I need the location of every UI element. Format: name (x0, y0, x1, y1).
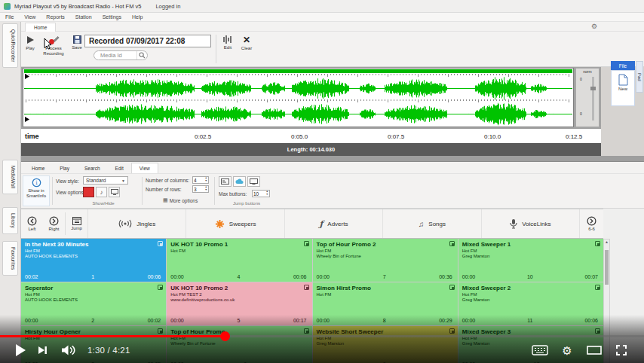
cart-start: 00:00 (462, 318, 476, 323)
side-tab-favourites[interactable]: Favourites (2, 241, 18, 276)
recorded-datetime-field[interactable]: Recorded 07/09/2017 22:08 (84, 35, 211, 47)
gain-slider-track[interactable] (592, 77, 594, 120)
cart-button[interactable]: Mixed Sweeper 1 Hot FM Greg Marston 00:0… (458, 239, 603, 282)
gear-icon: ⚙ (562, 345, 572, 356)
show-in-smartinfo-button[interactable]: i Show in SmartInfo (23, 175, 50, 206)
menu-reports[interactable]: Reports (41, 14, 70, 20)
cart-number: 7 (383, 274, 386, 279)
cart-button[interactable]: Seperator Hot FM AUTO HOOK ELEMENTS 00:0… (21, 282, 166, 325)
player-settings-button[interactable]: ⚙ (554, 337, 581, 363)
mw-tab-home[interactable]: Home (24, 163, 52, 173)
pad-file-tab[interactable]: File (611, 61, 635, 70)
cart-duration: 00:07 (584, 274, 598, 279)
fullscreen-icon (615, 344, 627, 356)
player-time-display: 1:30 / 4:21 (87, 346, 130, 355)
next-icon (37, 345, 48, 355)
pad-side-tab[interactable]: Pad (636, 61, 643, 93)
play-button[interactable]: Play (23, 33, 38, 65)
media-id-field[interactable]: Media Id (94, 50, 148, 60)
media-id-search-button[interactable] (136, 51, 147, 59)
length-status-bar: Length: 00:14.030 (21, 143, 601, 156)
time-axis-label: time (25, 133, 39, 140)
play-icon (16, 344, 26, 356)
view-options-label: View options (56, 190, 84, 195)
gain-slider-handle[interactable] (590, 87, 596, 90)
new-document-icon[interactable] (618, 74, 628, 86)
player-next-button[interactable] (32, 337, 53, 363)
menu-station[interactable]: Station (70, 14, 97, 20)
stereo-waveform[interactable] (24, 69, 572, 127)
cart-corner-icon (304, 241, 309, 246)
edit-button[interactable]: Edit (219, 33, 236, 65)
more-options-label: More options (170, 198, 198, 203)
player-subtitles-button[interactable] (526, 337, 554, 363)
jump-button[interactable]: Jump (66, 209, 87, 238)
page-left-button[interactable]: Left (21, 209, 43, 238)
mw-tab-search[interactable]: Search (77, 163, 108, 173)
cart-button[interactable]: UK HOT 10 Promo 2 Hot FM TEST 2 www.defi… (167, 282, 311, 325)
category-sweepers-button[interactable]: Sweepers (186, 209, 284, 238)
side-tab-quickrecorder[interactable]: QuickRecorder (2, 23, 18, 68)
side-tab-mediawall[interactable]: MediaWall (2, 160, 18, 194)
mw-tab-edit[interactable]: Edit (108, 163, 131, 173)
cart-corner-icon (304, 328, 309, 334)
mw-tab-view[interactable]: View (131, 163, 158, 173)
cart-corner-icon (158, 285, 163, 290)
screen-toggle-button[interactable] (109, 187, 120, 197)
player-theater-button[interactable] (581, 337, 608, 363)
view-style-dropdown[interactable]: Standard ▼ (83, 176, 128, 185)
cart-corner-icon (449, 241, 455, 246)
spinner-arrows-icon[interactable]: ▲▼ (266, 191, 268, 197)
scrollbar-thumb[interactable] (605, 250, 609, 285)
pad-new-label[interactable]: New (612, 87, 634, 91)
category-adverts-button[interactable]: ƒ Adverts (284, 209, 382, 238)
save-button[interactable]: Save (69, 33, 84, 65)
cart-station: Hot FM (317, 292, 454, 297)
player-play-button[interactable] (9, 337, 32, 363)
cart-button[interactable]: Mixed Sweeper 2 Hot FM Greg Marston 00:0… (458, 282, 603, 325)
scroll-up-arrow-icon[interactable]: ▲ (604, 239, 609, 245)
show-hide-buttons: ♪ (83, 187, 120, 197)
monitor-icon (250, 178, 258, 185)
colour-swatch-button[interactable] (83, 187, 94, 197)
category-voicelinks-button[interactable]: VoiceLinks (481, 209, 579, 238)
jump-dialog-icon (72, 217, 81, 225)
id-card-button[interactable] (219, 176, 232, 187)
sweepers-icon (215, 219, 225, 229)
more-options-button[interactable]: ▦ More options (163, 197, 198, 203)
recorder-options-gear-icon[interactable]: ⚙ (591, 23, 597, 31)
menu-file[interactable]: File (0, 14, 19, 20)
player-fullscreen-button[interactable] (608, 337, 635, 363)
category-page-next-button[interactable]: 6-6 (579, 209, 603, 238)
category-jingles-button[interactable]: Jingles (87, 209, 186, 238)
microphone-icon (510, 218, 517, 229)
jump-label: Jump (71, 226, 82, 230)
menu-view[interactable]: View (19, 14, 41, 20)
rows-spinner[interactable]: 3 ▲▼ (192, 185, 209, 193)
recorder-tab-home[interactable]: Home (25, 23, 56, 32)
music-note-toggle-button[interactable]: ♪ (96, 187, 107, 197)
page-right-button[interactable]: Right (43, 209, 65, 238)
category-songs-button[interactable]: ♫ Songs (382, 209, 480, 238)
mouse-cursor (44, 38, 52, 50)
spinner-arrows-icon[interactable]: ▲▼ (205, 177, 207, 183)
menu-help[interactable]: Help (127, 14, 148, 20)
cart-button[interactable]: UK HOT 10 Promo 1 Hot FM 00:00400:06 (167, 239, 311, 282)
cart-button[interactable]: Simon Hirst Promo Hot FM 00:00800:29 (313, 282, 458, 325)
cart-button[interactable]: In the Next 30 Minutes Hot FM AUTO HOOK … (21, 239, 166, 282)
cart-title: Top of Hour Promo 2 (317, 241, 454, 248)
info-icon: i (32, 178, 41, 188)
player-volume-button[interactable] (56, 337, 81, 363)
spinner-arrows-icon[interactable]: ▲▼ (205, 186, 207, 192)
clear-button[interactable]: ✕ Clear (238, 33, 255, 65)
cart-number: 4 (237, 274, 240, 279)
max-buttons-spinner[interactable]: 10 ▲▼ (252, 190, 270, 197)
side-tab-library[interactable]: Library (2, 207, 18, 234)
columns-spinner[interactable]: 4 ▲▼ (192, 176, 209, 184)
mw-tab-play[interactable]: Play (52, 163, 77, 173)
cart-button[interactable]: Top of Hour Promo 2 Hot FM Wheely Bin of… (313, 239, 458, 282)
waveform-panel[interactable] (23, 68, 574, 127)
jump-screen-button[interactable] (247, 176, 260, 187)
menu-settings[interactable]: Settings (97, 14, 127, 20)
cloud-button[interactable] (233, 176, 246, 187)
